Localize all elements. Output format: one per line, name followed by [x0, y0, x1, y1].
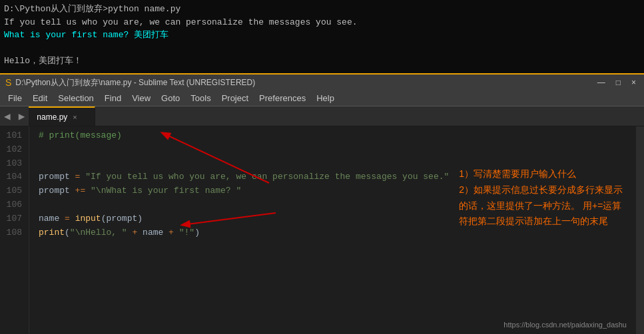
annotation-line-1: 1）写清楚需要用户输入什么 [459, 166, 623, 182]
annotation-line-4: 符把第二段提示语加在上一句的末尾 [459, 214, 623, 230]
terminal-line-5: Hello，美团打车！ [4, 55, 640, 68]
terminal-line-4 [4, 42, 640, 55]
terminal-line-1: D:\Python从入门到放弃>python name.py [4, 3, 640, 16]
watermark: https://blog.csdn.net/paidaxing_dashu [503, 319, 627, 331]
annotation-line-3: 的话，这里提供了一种方法。 用+=运算 [459, 198, 623, 214]
code-line-101: # print(message) [39, 129, 636, 143]
terminal-line-2: If you tell us who you are, we can perso… [4, 16, 640, 29]
terminal: D:\Python从入门到放弃>python name.py If you te… [0, 0, 644, 73]
line-numbers: 101 102 103 104 105 106 107 108 [0, 126, 29, 334]
tab-next-button[interactable]: ▶ [15, 106, 29, 126]
title-bar-left: S D:\Python从入门到放弃\name.py - Sublime Text… [5, 77, 255, 88]
line-num-103: 103 [0, 157, 22, 171]
line-num-107: 107 [0, 212, 22, 226]
title-bar-controls: — □ × [595, 78, 639, 87]
code-area[interactable]: # print(message) prompt = "If you tell u… [29, 126, 636, 334]
menu-tools[interactable]: Tools [185, 92, 216, 104]
tab-label: name.py [37, 112, 67, 122]
line-num-102: 102 [0, 143, 22, 157]
menu-edit[interactable]: Edit [27, 92, 53, 104]
line-num-108: 108 [0, 226, 22, 240]
terminal-line-3: What is your first name? 美团打车 [4, 29, 640, 42]
line-num-101: 101 [0, 129, 22, 143]
menu-file[interactable]: File [3, 92, 27, 104]
annotation-box: 1）写清楚需要用户输入什么 2）如果提示信息过长要分成多行来显示 的话，这里提供… [459, 166, 623, 230]
close-button[interactable]: × [629, 78, 639, 87]
tab-close-button[interactable]: × [73, 113, 77, 121]
code-line-102 [39, 143, 636, 157]
app-icon: S [5, 77, 11, 88]
menu-view[interactable]: View [127, 92, 156, 104]
menu-goto[interactable]: Goto [156, 92, 185, 104]
menu-find[interactable]: Find [99, 92, 127, 104]
editor-area: 101 102 103 104 105 106 107 108 # print(… [0, 126, 644, 334]
tab-prev-button[interactable]: ◀ [0, 106, 15, 126]
annotation-line-2: 2）如果提示信息过长要分成多行来显示 [459, 182, 623, 198]
window-title: D:\Python从入门到放弃\name.py - Sublime Text (… [15, 77, 255, 88]
line-num-106: 106 [0, 198, 22, 212]
tab-namepy[interactable]: name.py × [29, 106, 95, 126]
menu-bar: File Edit Selection Find View Goto Tools… [0, 90, 644, 106]
maximize-button[interactable]: □ [613, 78, 623, 87]
menu-project[interactable]: Project [216, 92, 254, 104]
title-bar: S D:\Python从入门到放弃\name.py - Sublime Text… [0, 73, 644, 90]
minimize-button[interactable]: — [595, 78, 608, 87]
line-num-105: 105 [0, 184, 22, 198]
tab-bar: ◀ ▶ name.py × [0, 106, 644, 126]
menu-preferences[interactable]: Preferences [254, 92, 311, 104]
menu-selection[interactable]: Selection [53, 92, 99, 104]
menu-help[interactable]: Help [311, 92, 340, 104]
scrollbar-vertical[interactable] [636, 126, 644, 334]
line-num-104: 104 [0, 170, 22, 184]
